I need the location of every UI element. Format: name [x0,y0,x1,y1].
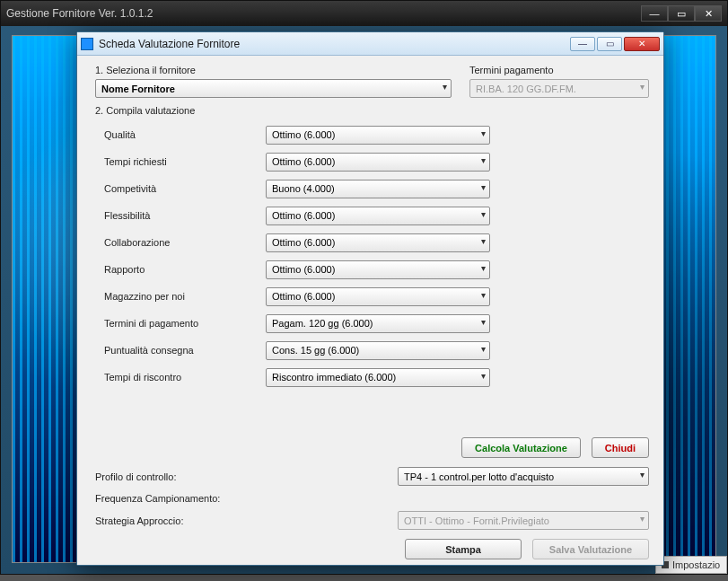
criteria-label: Tempi richiesti [104,156,266,167]
main-titlebar: Gestione Fornitore Ver. 1.0.1.2 — ▭ ✕ [1,1,727,26]
evaluation-dialog: Scheda Valutazione Fornitore — ▭ ✕ 1. Se… [76,31,664,566]
payment-terms-label: Termini pagamento [469,65,649,75]
criteria-select-termini-pagamento[interactable]: Pagam. 120 gg (6.000) [266,314,490,333]
strategy-label: Strategia Approccio: [95,515,257,526]
criteria-label: Competività [104,183,266,194]
criteria-select-collaborazione[interactable]: Ottimo (6.000) [266,233,490,252]
step1-row: 1. Seleziona il fornitore Nome Fornitore… [95,65,649,98]
criteria-label: Collaborazione [104,237,266,248]
main-window-title: Gestione Fornitore Ver. 1.0.1.2 [6,7,641,20]
print-button[interactable]: Stampa [405,539,522,559]
minimize-button[interactable]: — [641,5,668,22]
control-profile-label: Profilo di controllo: [95,471,257,482]
criteria-label: Rapporto [104,264,266,275]
criteria-list: Qualità Ottimo (6.000) Tempi richiesti O… [104,121,649,391]
criteria-select-puntualita[interactable]: Cons. 15 gg (6.000) [266,341,490,360]
criteria-label: Flessibilità [104,210,266,221]
step2-label: 2. Compila valutazione [95,105,649,116]
criteria-select-magazzino[interactable]: Ottimo (6.000) [266,287,490,306]
criteria-label: Puntualità consegna [104,345,266,356]
dialog-close-button[interactable]: ✕ [624,37,660,51]
criteria-label: Magazzino per noi [104,291,266,302]
criteria-select-flessibilita[interactable]: Ottimo (6.000) [266,207,490,225]
dialog-title: Scheda Valutazione Fornitore [99,38,570,50]
criteria-select-tempi-riscontro[interactable]: Riscontro immediato (6.000) [266,368,490,387]
profile-section: Profilo di controllo: TP4 - 1 control.pe… [95,467,649,530]
save-button: Salva Valutazione [532,539,649,559]
criteria-select-tempi-richiesti[interactable]: Ottimo (6.000) [266,153,490,172]
criteria-row: Termini di pagamento Pagam. 120 gg (6.00… [104,310,649,337]
criteria-select-qualita[interactable]: Ottimo (6.000) [266,126,490,145]
criteria-row: Flessibilità Ottimo (6.000) [104,202,649,229]
main-window-controls: — ▭ ✕ [641,5,722,22]
maximize-button[interactable]: ▭ [668,5,695,22]
criteria-row: Tempi di riscontro Riscontro immediato (… [104,364,649,391]
strategy-select: OTTI - Ottimo - Fornit.Privilegiato [398,511,649,530]
supplier-select[interactable]: Nome Fornitore [95,79,452,98]
dialog-maximize-button[interactable]: ▭ [597,37,622,51]
criteria-select-rapporto[interactable]: Ottimo (6.000) [266,260,490,279]
calculate-button[interactable]: Calcola Valutazione [461,437,581,458]
criteria-label: Termini di pagamento [104,318,266,329]
sampling-frequency-label: Frequenza Campionamento: [95,493,257,504]
footer-settings[interactable]: Impostazio [655,556,727,574]
criteria-row: Qualità Ottimo (6.000) [104,121,649,148]
dialog-body: 1. Seleziona il fornitore Nome Fornitore… [77,56,663,565]
criteria-label: Tempi di riscontro [104,372,266,383]
criteria-row: Tempi richiesti Ottimo (6.000) [104,148,649,175]
payment-terms-select: RI.BA. 120 GG.DF.FM. [469,79,649,98]
dialog-icon [81,38,93,50]
dialog-titlebar[interactable]: Scheda Valutazione Fornitore — ▭ ✕ [77,32,663,56]
criteria-label: Qualità [104,129,266,140]
criteria-select-competivita[interactable]: Buono (4.000) [266,180,490,198]
action-row: Calcola Valutazione Chiudi [95,437,649,458]
close-dialog-button[interactable]: Chiudi [592,437,649,458]
footer-label: Impostazio [672,559,720,570]
dialog-window-controls: — ▭ ✕ [570,37,660,51]
close-button[interactable]: ✕ [695,5,722,22]
criteria-row: Puntualità consegna Cons. 15 gg (6.000) [104,337,649,364]
dialog-minimize-button[interactable]: — [570,37,595,51]
criteria-row: Collaborazione Ottimo (6.000) [104,229,649,256]
criteria-row: Competività Buono (4.000) [104,175,649,202]
step1-label: 1. Seleziona il fornitore [95,65,452,75]
criteria-row: Magazzino per noi Ottimo (6.000) [104,283,649,310]
control-profile-select[interactable]: TP4 - 1 control.per lotto d'acquisto [398,467,649,486]
bottom-actions: Stampa Salva Valutazione [95,539,649,559]
criteria-row: Rapporto Ottimo (6.000) [104,256,649,283]
